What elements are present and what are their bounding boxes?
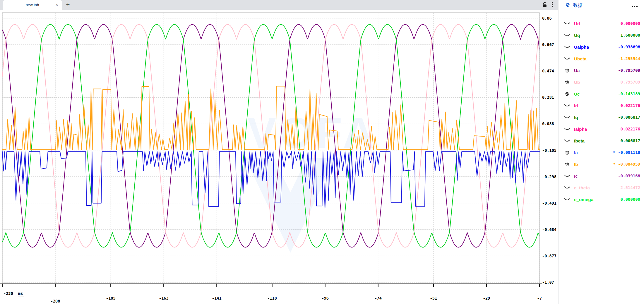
variable-name: Uq [574, 33, 580, 38]
y-axis-label: -1.07 [542, 280, 554, 285]
tab-close-icon[interactable]: × [54, 2, 59, 8]
y-axis-label: -0.105 [542, 148, 556, 153]
x-axis-label: -141 [212, 296, 222, 300]
eye-open-icon[interactable] [564, 68, 570, 73]
variable-name: Ub [574, 80, 580, 85]
y-axis-label: 0.667 [542, 42, 554, 47]
variable-row-Ibeta[interactable]: Ibeta-0.006817 [559, 135, 644, 147]
variable-row-Id[interactable]: Id0.022176 [559, 100, 644, 111]
x-axis-label: -51 [430, 296, 437, 300]
variable-value: 2.514472 [621, 185, 640, 190]
y-axis-label: 0.088 [542, 121, 554, 126]
eye-open-icon[interactable] [564, 79, 570, 85]
x-axis-label: -208 [51, 299, 60, 303]
variable-value: -0.938898 [618, 45, 640, 49]
variable-row-Ualpha[interactable]: Ualpha-0.938898 [559, 41, 644, 53]
y-axis-label: 0.281 [542, 95, 554, 100]
variable-value: -0.006817 [618, 115, 640, 120]
eye-closed-icon[interactable] [564, 21, 570, 26]
kebab-menu-icon[interactable] [551, 2, 553, 8]
variable-value: -1.295544 [618, 56, 640, 61]
variable-value: -0.143189 [618, 91, 640, 96]
variable-value: 0.795709 [621, 80, 640, 84]
unlock-icon[interactable] [542, 2, 547, 8]
x-axis-label: -185 [106, 296, 116, 300]
eye-closed-icon[interactable] [564, 115, 570, 120]
variable-value: * -0.084959 [613, 162, 640, 167]
variable-name: e_theta [574, 185, 590, 190]
eye-closed-icon[interactable] [564, 126, 570, 132]
eye-closed-icon[interactable] [564, 197, 570, 202]
variable-name: Id [574, 103, 578, 108]
variable-value: -0.039168 [618, 174, 640, 178]
tab-new-tab[interactable]: new tab × [3, 0, 62, 10]
variable-name: Ia [574, 150, 578, 155]
eye-open-icon[interactable] [564, 91, 570, 96]
x-axis-label: -230 [4, 291, 13, 296]
variable-row-Ub[interactable]: Ub0.795709 [559, 76, 644, 88]
eye-open-icon[interactable] [564, 150, 570, 155]
x-axis-label: -29 [483, 296, 490, 300]
variable-name: Iq [574, 115, 578, 120]
tabbar-toolbar [542, 2, 553, 8]
variable-value: 0.022176 [621, 103, 640, 108]
panel-header: 数据 [559, 0, 644, 11]
variable-row-Ud[interactable]: Ud0.000000 [559, 18, 644, 29]
tab-title: new tab [3, 3, 54, 7]
variable-name: Ib [574, 162, 578, 167]
variable-list: Ud0.000000Uq1.600000Ualpha-0.938898Ubeta… [559, 18, 644, 205]
y-axis-label: -0.491 [542, 201, 556, 206]
y-axis-label: -0.877 [542, 254, 556, 258]
variable-row-Ubeta[interactable]: Ubeta-1.295544 [559, 53, 644, 64]
variable-name: e_omega [574, 197, 593, 202]
variable-row-e_theta[interactable]: e_theta2.514472 [559, 182, 644, 193]
app-window: new tab × + 0.860.6670.4740.2810.088-0.1… [0, 0, 644, 304]
y-axis-label: -0.298 [542, 174, 556, 179]
variable-row-Uq[interactable]: Uq1.600000 [559, 29, 644, 41]
variable-value: 0.022176 [621, 127, 640, 131]
variable-value: -0.006817 [618, 138, 640, 143]
x-axis-label: -163 [159, 296, 169, 300]
variable-row-Ia[interactable]: Ia* -0.091118 [559, 147, 644, 158]
eye-closed-icon[interactable] [564, 33, 570, 38]
eye-closed-icon[interactable] [564, 44, 570, 50]
eye-closed-icon[interactable] [564, 173, 570, 179]
y-axis-label: -0.684 [542, 227, 556, 232]
variable-row-Ialpha[interactable]: Ialpha0.022176 [559, 123, 644, 135]
variable-value: 0.000000 [621, 21, 640, 26]
variable-name: Ualpha [574, 45, 589, 50]
y-axis-label: 0.474 [542, 69, 554, 73]
browser-tab-bar: new tab × + [0, 0, 558, 10]
eye-open-icon[interactable] [564, 162, 570, 167]
variable-name: Uc [574, 91, 580, 96]
variable-name: Ic [574, 174, 578, 179]
x-axis-unit: ms [18, 291, 23, 296]
variable-row-Ua[interactable]: Ua-0.795709 [559, 64, 644, 76]
variable-row-Uc[interactable]: Uc-0.143189 [559, 88, 644, 100]
variable-name: Ua [574, 68, 580, 73]
data-panel: 数据 Ud0.000000Uq1.600000Ualpha-0.938898Ub… [558, 0, 644, 304]
x-axis-label: -96 [321, 296, 328, 300]
ellipsis-menu-icon[interactable] [631, 4, 638, 9]
variable-name: Ibeta [574, 138, 585, 143]
eye-closed-icon[interactable] [564, 103, 570, 108]
variable-row-e_omega[interactable]: e_omega0.000000 [559, 193, 644, 205]
variable-value: 1.600000 [621, 33, 640, 38]
eye-closed-icon[interactable] [564, 56, 570, 61]
panel-visibility-icon[interactable] [565, 2, 571, 9]
x-axis-label: -118 [267, 296, 277, 300]
waveform-plot[interactable]: 0.860.6670.4740.2810.088-0.105-0.298-0.4… [0, 10, 558, 304]
variable-value: -0.795709 [618, 68, 640, 73]
variable-value: * -0.091118 [613, 150, 640, 155]
eye-closed-icon[interactable] [564, 185, 570, 190]
variable-row-Ib[interactable]: Ib* -0.084959 [559, 158, 644, 170]
eye-closed-icon[interactable] [564, 138, 570, 143]
variable-row-Ic[interactable]: Ic-0.039168 [559, 170, 644, 182]
variable-name: Ubeta [574, 56, 587, 61]
variable-name: Ud [574, 21, 580, 26]
variable-row-Iq[interactable]: Iq-0.006817 [559, 111, 644, 123]
x-axis-label: -74 [374, 296, 381, 300]
panel-title: 数据 [573, 2, 583, 9]
x-axis-label: -7 [537, 296, 542, 300]
new-tab-button[interactable]: + [64, 1, 72, 9]
